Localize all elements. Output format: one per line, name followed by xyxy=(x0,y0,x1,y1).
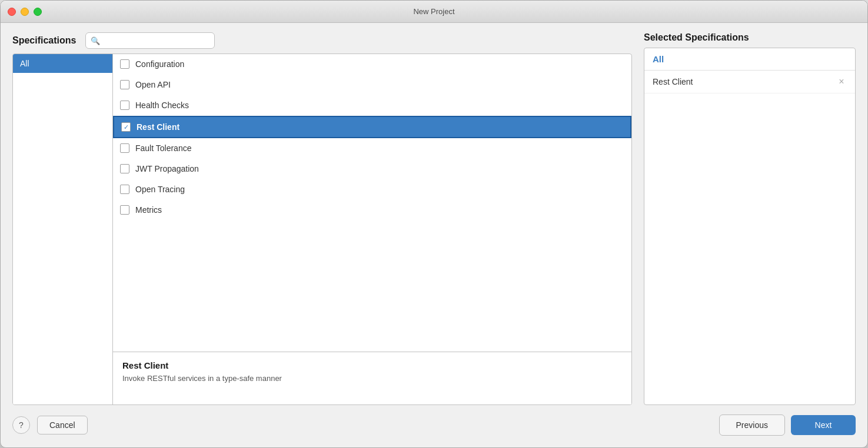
spec-label-health-checks: Health Checks xyxy=(135,101,189,110)
spec-item-configuration[interactable]: Configuration xyxy=(113,54,631,75)
right-panel: Selected Specifications All Rest Client … xyxy=(644,32,856,405)
spec-item-metrics[interactable]: Metrics xyxy=(113,200,631,220)
previous-button[interactable]: Previous xyxy=(719,414,785,436)
spec-label-rest-client: Rest Client xyxy=(137,122,179,132)
description-panel: Rest Client Invoke RESTful services in a… xyxy=(113,352,631,404)
spec-label-metrics: Metrics xyxy=(135,205,162,215)
categories-column: All xyxy=(13,54,113,404)
spec-item-rest-client[interactable]: ✓ Rest Client xyxy=(113,116,631,138)
spec-checkbox-jwt-propagation[interactable] xyxy=(120,164,129,173)
bottom-bar: ? Cancel Previous Next xyxy=(12,412,856,438)
spec-item-fault-tolerance[interactable]: Fault Tolerance xyxy=(113,138,631,159)
main-content: Specifications 🔍 All xyxy=(1,23,867,447)
selected-specs-panel: All Rest Client × xyxy=(644,48,856,405)
spec-label-jwt-propagation: JWT Propagation xyxy=(135,164,199,173)
spec-checkbox-open-tracing[interactable] xyxy=(120,185,129,194)
minimize-button[interactable] xyxy=(21,8,29,16)
spec-label-fault-tolerance: Fault Tolerance xyxy=(135,143,191,153)
description-text: Invoke RESTful services in a type-safe m… xyxy=(122,374,622,383)
spec-checkbox-metrics[interactable] xyxy=(120,205,129,215)
spec-label-configuration: Configuration xyxy=(135,59,184,69)
specs-list: Configuration Open API Health Checks xyxy=(113,54,631,352)
spec-item-open-tracing[interactable]: Open Tracing xyxy=(113,179,631,200)
spec-label-open-tracing: Open Tracing xyxy=(135,185,185,194)
category-item-all[interactable]: All xyxy=(13,54,112,73)
description-title: Rest Client xyxy=(122,360,622,370)
spec-item-health-checks[interactable]: Health Checks xyxy=(113,95,631,116)
spec-item-open-api[interactable]: Open API xyxy=(113,75,631,95)
specs-column: Configuration Open API Health Checks xyxy=(113,54,631,404)
main-window: New Project Specifications 🔍 All xyxy=(0,0,868,448)
spec-checkbox-configuration[interactable] xyxy=(120,59,129,69)
spec-checkbox-health-checks[interactable] xyxy=(120,101,129,110)
bottom-right: Previous Next xyxy=(719,414,856,436)
left-panel: Specifications 🔍 All xyxy=(12,32,632,405)
spec-checkbox-rest-client[interactable]: ✓ xyxy=(121,122,131,132)
help-button[interactable]: ? xyxy=(12,416,30,434)
selected-spec-name-rest-client: Rest Client xyxy=(653,77,693,86)
search-input[interactable] xyxy=(104,36,209,45)
spec-checkbox-fault-tolerance[interactable] xyxy=(120,143,129,153)
panels-container: Specifications 🔍 All xyxy=(12,32,856,405)
traffic-lights xyxy=(8,8,42,16)
spec-checkbox-open-api[interactable] xyxy=(120,80,129,89)
bottom-left: ? Cancel xyxy=(12,416,88,434)
window-title: New Project xyxy=(413,7,454,16)
next-button[interactable]: Next xyxy=(791,415,856,435)
search-icon: 🔍 xyxy=(91,36,100,45)
remove-rest-client-button[interactable]: × xyxy=(836,76,847,87)
selected-specs-title: Selected Specifications xyxy=(644,32,856,43)
list-area: All Configuration Open API xyxy=(12,54,632,405)
selected-specs-header: All xyxy=(644,48,855,71)
cancel-button[interactable]: Cancel xyxy=(37,416,88,434)
titlebar: New Project xyxy=(1,1,867,23)
selected-specs-category: All xyxy=(653,54,664,64)
left-panel-header: Specifications 🔍 xyxy=(12,32,632,49)
spec-item-jwt-propagation[interactable]: JWT Propagation xyxy=(113,159,631,179)
maximize-button[interactable] xyxy=(34,8,42,16)
spec-label-open-api: Open API xyxy=(135,80,171,89)
selected-spec-row-rest-client: Rest Client × xyxy=(644,71,855,93)
specifications-title: Specifications xyxy=(12,35,76,46)
close-button[interactable] xyxy=(8,8,16,16)
search-box: 🔍 xyxy=(85,32,215,49)
